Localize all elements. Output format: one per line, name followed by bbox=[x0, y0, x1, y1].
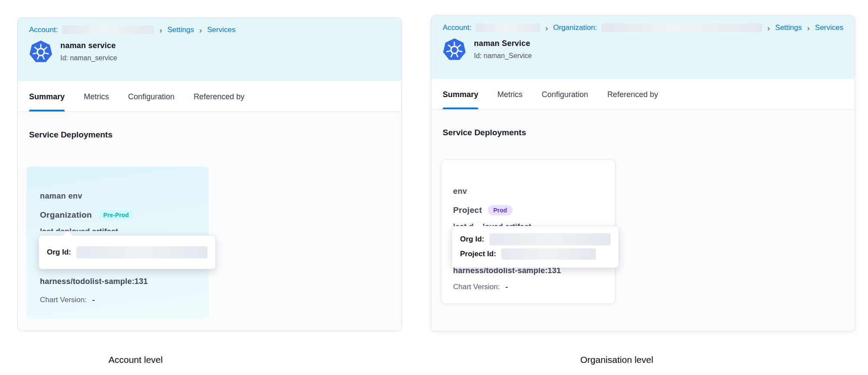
tab-summary[interactable]: Summary bbox=[29, 81, 65, 111]
chevron-right-icon: › bbox=[198, 26, 203, 34]
tab-metrics[interactable]: Metrics bbox=[84, 81, 109, 111]
chevron-right-icon: › bbox=[806, 24, 810, 32]
service-header: Account: › Settings › Services bbox=[18, 18, 401, 81]
breadcrumb-account[interactable]: Account: bbox=[443, 23, 471, 32]
scope-id-tooltip: Org Id: Project Id: bbox=[452, 226, 619, 268]
redacted-account-name bbox=[62, 26, 154, 34]
scope-row: Organization Pre-Prod bbox=[40, 210, 195, 220]
chart-version-label: Chart Version: bbox=[453, 283, 500, 291]
redacted-org-id-value bbox=[490, 233, 611, 245]
service-header: Account: › Organization: › Settings › Se… bbox=[431, 16, 855, 79]
chart-version-value: - bbox=[92, 296, 95, 304]
scope-label: Organization bbox=[40, 210, 92, 220]
breadcrumb-settings[interactable]: Settings bbox=[775, 23, 802, 32]
environment-name: env bbox=[453, 160, 603, 196]
tab-referenced-by[interactable]: Referenced by bbox=[194, 81, 244, 111]
project-id-label: Project Id: bbox=[460, 250, 496, 258]
redacted-account-name bbox=[476, 23, 540, 32]
chart-version: Chart Version: - bbox=[40, 296, 95, 304]
service-identity: naman service Id: naman_service bbox=[29, 40, 390, 63]
org-id-label: Org Id: bbox=[47, 248, 71, 257]
service-id: Id: naman_Service bbox=[474, 52, 532, 60]
service-name: naman Service bbox=[474, 39, 532, 48]
account-level-panel: Account: › Settings › Services bbox=[17, 17, 402, 331]
redacted-org-id-value bbox=[76, 246, 207, 258]
organisation-level-panel: Account: › Organization: › Settings › Se… bbox=[431, 15, 855, 331]
tab-summary[interactable]: Summary bbox=[443, 79, 478, 109]
env-type-badge: Pre-Prod bbox=[98, 210, 135, 220]
org-id-label: Org Id: bbox=[460, 235, 484, 244]
redacted-organization-name bbox=[602, 23, 762, 32]
service-name: naman service bbox=[60, 41, 117, 50]
chart-version-label: Chart Version: bbox=[40, 296, 87, 304]
chevron-right-icon: › bbox=[766, 24, 771, 32]
kubernetes-icon bbox=[29, 40, 53, 63]
tooltip-row: Org Id: bbox=[460, 233, 611, 245]
service-identity-text: naman service Id: naman_service bbox=[60, 41, 117, 62]
tab-bar: Summary Metrics Configuration Referenced… bbox=[431, 79, 855, 110]
breadcrumb-settings[interactable]: Settings bbox=[167, 26, 194, 34]
occluded-text-line: last deployed artifact bbox=[40, 227, 195, 231]
service-id: Id: naman_service bbox=[60, 54, 117, 62]
chart-version-value: - bbox=[505, 283, 508, 291]
summary-tab-content: Service Deployments naman env Organizati… bbox=[18, 112, 401, 331]
breadcrumb-account[interactable]: Account: bbox=[29, 26, 58, 34]
tab-referenced-by[interactable]: Referenced by bbox=[607, 79, 658, 109]
chevron-right-icon: › bbox=[544, 24, 549, 32]
scope-id-tooltip: Org Id: bbox=[39, 235, 216, 269]
breadcrumb: Account: › Settings › Services bbox=[29, 26, 390, 34]
scope-label: Project bbox=[453, 205, 482, 215]
chart-version: Chart Version: - bbox=[453, 283, 508, 291]
breadcrumb: Account: › Organization: › Settings › Se… bbox=[443, 23, 843, 32]
summary-tab-content: Service Deployments env Project Prod las… bbox=[431, 110, 855, 329]
environment-name: naman env bbox=[40, 166, 195, 201]
chevron-right-icon: › bbox=[158, 26, 163, 34]
service-identity: naman Service Id: naman_Service bbox=[443, 38, 843, 61]
scope-row: Project Prod bbox=[453, 205, 603, 215]
env-type-badge: Prod bbox=[488, 205, 513, 215]
section-title: Service Deployments bbox=[29, 112, 390, 140]
section-title: Service Deployments bbox=[443, 110, 843, 137]
tab-configuration[interactable]: Configuration bbox=[542, 79, 588, 109]
artifact-name: harness/todolist-sample:131 bbox=[40, 277, 148, 286]
kubernetes-icon bbox=[443, 38, 466, 61]
tab-bar: Summary Metrics Configuration Referenced… bbox=[18, 81, 401, 112]
service-identity-text: naman Service Id: naman_Service bbox=[474, 39, 532, 60]
breadcrumb-organization[interactable]: Organization: bbox=[553, 23, 597, 32]
breadcrumb-services[interactable]: Services bbox=[815, 23, 843, 32]
tab-configuration[interactable]: Configuration bbox=[128, 81, 174, 111]
breadcrumb-services[interactable]: Services bbox=[207, 26, 235, 34]
caption-organisation-level: Organisation level bbox=[580, 355, 653, 365]
redacted-project-id-value bbox=[501, 248, 596, 260]
caption-account-level: Account level bbox=[108, 355, 163, 365]
tooltip-row: Org Id: bbox=[47, 246, 207, 258]
tab-metrics[interactable]: Metrics bbox=[497, 79, 523, 109]
tooltip-row: Project Id: bbox=[460, 248, 611, 260]
